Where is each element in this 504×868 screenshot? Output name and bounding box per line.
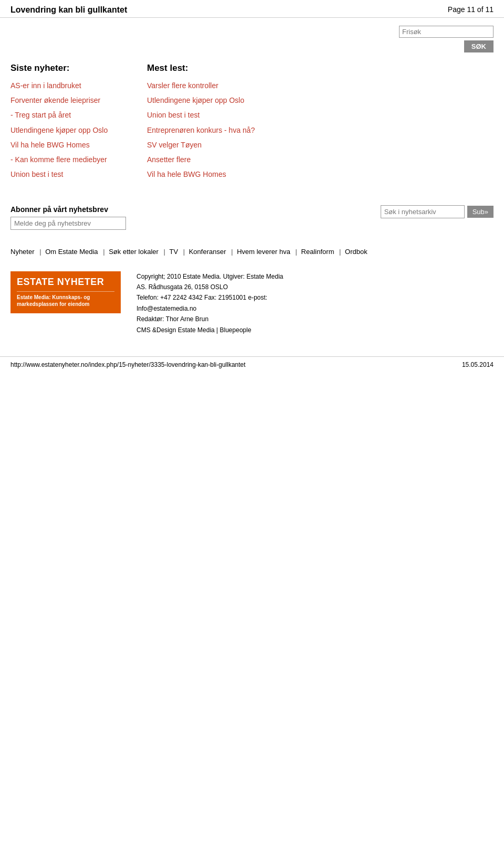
- nav-separator: |: [162, 248, 167, 256]
- newsletter-label: Abonner på vårt nyhetsbrev: [10, 205, 365, 214]
- nav-separator: |: [38, 248, 44, 256]
- siste-nyheter-heading: Siste nyheter:: [10, 63, 126, 73]
- list-item: AS-er inn i landbruket: [10, 81, 126, 90]
- list-item: Utlendingene kjøper opp Oslo: [147, 96, 494, 105]
- nav-separator: |: [101, 248, 107, 256]
- list-item: Forventer økende leiepriser: [10, 96, 126, 105]
- nav-separator: |: [337, 248, 343, 256]
- list-item: Ansetter flere: [147, 155, 494, 164]
- page-title: Lovendring kan bli gullkantet: [10, 5, 127, 15]
- nav-link[interactable]: Realinform: [301, 248, 334, 256]
- archive-section: Sub»: [381, 205, 494, 218]
- nav-separator: |: [229, 248, 235, 256]
- footer-copyright: Copyright; 2010 Estate Media. Utgiver: E…: [136, 271, 283, 335]
- copyright-line3: Telefon: +47 2242 4342 Fax: 21951001 e-p…: [136, 292, 283, 303]
- bottom-url-bar: http://www.estatenyheter.no/index.php/15…: [0, 356, 504, 373]
- nav-link[interactable]: Nyheter: [10, 248, 35, 256]
- nav-link[interactable]: Ordbok: [345, 248, 368, 256]
- archive-submit-button[interactable]: Sub»: [467, 206, 494, 218]
- copyright-line1: Copyright; 2010 Estate Media. Utgiver: E…: [136, 271, 283, 282]
- siste-nyheter-link[interactable]: Forventer økende leiepriser: [10, 96, 126, 105]
- main-content: Siste nyheter: AS-er inn i landbruketFor…: [0, 58, 504, 189]
- siste-nyheter-link[interactable]: Union best i test: [10, 170, 126, 179]
- siste-nyheter-link[interactable]: Vil ha hele BWG Homes: [10, 140, 126, 150]
- mest-lest-link[interactable]: Vil ha hele BWG Homes: [147, 170, 494, 179]
- list-item: Union best i test: [10, 170, 126, 179]
- mest-lest-list: Varsler flere kontrollerUtlendingene kjø…: [147, 81, 494, 179]
- archive-search-input[interactable]: [381, 205, 465, 218]
- siste-nyheter-link[interactable]: - Treg start på året: [10, 110, 126, 120]
- siste-nyheter-link[interactable]: - Kan komme flere mediebyer: [10, 155, 126, 164]
- list-item: - Treg start på året: [10, 110, 126, 120]
- list-item: Vil ha hele BWG Homes: [10, 140, 126, 150]
- newsletter-input[interactable]: [10, 217, 126, 230]
- page-number: Page 11 of 11: [448, 5, 494, 14]
- copyright-line6: CMS &Design Estate Media | Bluepeople: [136, 325, 283, 335]
- bottom-url-text: http://www.estatenyheter.no/index.php/15…: [10, 361, 246, 368]
- mest-lest-section: Mest lest: Varsler flere kontrollerUtlen…: [147, 63, 494, 184]
- mest-lest-link[interactable]: Entreprenøren konkurs - hva nå?: [147, 125, 494, 135]
- nav-link[interactable]: Søk etter lokaler: [109, 248, 159, 256]
- footer-area: ESTATE NYHETER Estate Media: Kunnskaps- …: [0, 261, 504, 346]
- list-item: Union best i test: [147, 110, 494, 120]
- list-item: Vil ha hele BWG Homes: [147, 170, 494, 179]
- list-item: Entreprenøren konkurs - hva nå?: [147, 125, 494, 135]
- copyright-line2: AS. Rådhusgata 26, 0158 OSLO: [136, 282, 283, 292]
- list-item: SV velger Tøyen: [147, 140, 494, 150]
- bottom-row: Abonner på vårt nyhetsbrev Sub»: [0, 189, 504, 240]
- mest-lest-heading: Mest lest:: [147, 63, 494, 73]
- nav-link[interactable]: TV: [169, 248, 178, 256]
- newsletter-section: Abonner på vårt nyhetsbrev: [10, 205, 365, 230]
- mest-lest-link[interactable]: Utlendingene kjøper opp Oslo: [147, 96, 494, 105]
- nav-link[interactable]: Hvem leverer hva: [237, 248, 290, 256]
- footer-logo: ESTATE NYHETER Estate Media: Kunnskaps- …: [10, 271, 121, 313]
- mest-lest-link[interactable]: SV velger Tøyen: [147, 140, 494, 150]
- search-input[interactable]: [399, 26, 494, 38]
- page-header: Lovendring kan bli gullkantet Page 11 of…: [0, 0, 504, 18]
- copyright-line5: Redaktør: Thor Arne Brun: [136, 314, 283, 324]
- mest-lest-link[interactable]: Union best i test: [147, 110, 494, 120]
- nav-separator: |: [181, 248, 187, 256]
- mest-lest-link[interactable]: Varsler flere kontroller: [147, 81, 494, 90]
- siste-nyheter-link[interactable]: AS-er inn i landbruket: [10, 81, 126, 90]
- nav-link[interactable]: Om Estate Media: [45, 248, 98, 256]
- siste-nyheter-link[interactable]: Utlendingene kjøper opp Oslo: [10, 125, 126, 135]
- copyright-line4: Info@estatemedia.no: [136, 303, 283, 314]
- search-area: SØK: [0, 18, 504, 58]
- list-item: Utlendingene kjøper opp Oslo: [10, 125, 126, 135]
- mest-lest-link[interactable]: Ansetter flere: [147, 155, 494, 164]
- search-button[interactable]: SØK: [464, 40, 494, 52]
- nav-separator: |: [293, 248, 299, 256]
- siste-nyheter-list: AS-er inn i landbruketForventer økende l…: [10, 81, 126, 179]
- nav-links: Nyheter | Om Estate Media | Søk etter lo…: [0, 240, 504, 260]
- list-item: Varsler flere kontroller: [147, 81, 494, 90]
- footer-logo-title: ESTATE NYHETER: [17, 277, 114, 288]
- nav-link[interactable]: Konferanser: [189, 248, 226, 256]
- footer-logo-subtitle: Estate Media: Kunnskaps- og markedsplass…: [17, 291, 114, 308]
- bottom-date: 15.05.2014: [462, 361, 494, 368]
- list-item: - Kan komme flere mediebyer: [10, 155, 126, 164]
- siste-nyheter-section: Siste nyheter: AS-er inn i landbruketFor…: [10, 63, 126, 184]
- footer-logo-brand: Estate Media: [17, 294, 49, 300]
